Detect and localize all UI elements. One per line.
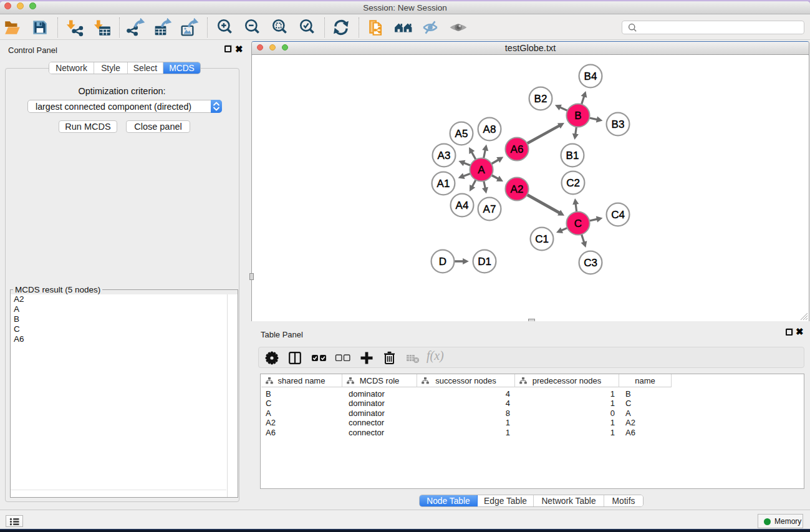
svg-text:A7: A7 (483, 203, 496, 215)
svg-text:D1: D1 (478, 256, 491, 268)
svg-text:C2: C2 (566, 177, 580, 189)
svg-text:B4: B4 (584, 70, 597, 82)
svg-text:C3: C3 (584, 257, 597, 269)
svg-text:A: A (478, 164, 485, 176)
svg-text:A5: A5 (455, 128, 468, 140)
svg-text:D: D (439, 256, 446, 268)
svg-text:C: C (574, 218, 582, 230)
svg-text:A4: A4 (456, 200, 469, 211)
svg-text:B1: B1 (566, 150, 579, 162)
svg-text:B3: B3 (612, 118, 625, 130)
svg-text:A6: A6 (511, 143, 524, 155)
svg-text:A8: A8 (483, 123, 496, 135)
svg-text:B: B (574, 110, 581, 122)
svg-text:A2: A2 (511, 183, 524, 195)
svg-text:A1: A1 (437, 178, 450, 190)
svg-text:C4: C4 (611, 209, 625, 221)
svg-text:C1: C1 (535, 233, 549, 245)
svg-text:B2: B2 (534, 93, 547, 105)
svg-text:A3: A3 (438, 150, 451, 162)
